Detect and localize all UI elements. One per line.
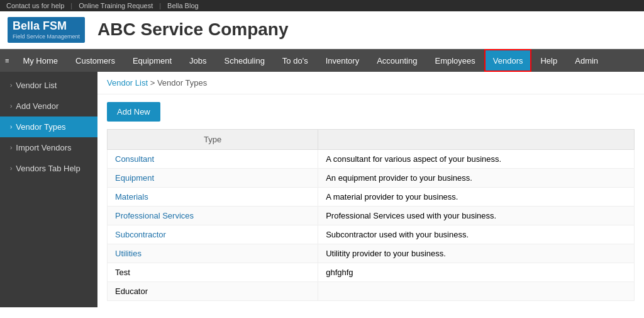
type-link[interactable]: Consultant [115, 154, 154, 164]
type-cell: Equipment [108, 169, 318, 188]
table-row: SubcontractorSubcontractor used with you… [108, 225, 635, 244]
table-row: Testghfghfg [108, 263, 635, 282]
sidebar-item-import-vendors[interactable]: › Import Vendors [0, 137, 97, 158]
sidebar-label: Import Vendors [16, 143, 71, 152]
sidebar-label: Add Vendor [16, 101, 58, 111]
type-cell: Professional Services [108, 207, 318, 225]
sidebar-item-vendors-tab-help[interactable]: › Vendors Tab Help [0, 158, 97, 179]
sidebar-label: Vendor List [16, 81, 57, 90]
type-cell: Educator [108, 282, 318, 301]
sidebar-item-add-vendor[interactable]: › Add Vendor [0, 96, 97, 116]
desc-cell: An equipment provider to your business. [318, 169, 635, 188]
type-link[interactable]: Materials [115, 192, 148, 202]
type-cell: Test [108, 263, 318, 282]
sidebar: › Vendor List › Add Vendor › Vendor Type… [0, 72, 97, 307]
desc-cell: Professional Services used with your bus… [318, 207, 635, 225]
logo-text: Bella FSM [13, 20, 67, 32]
type-cell: Materials [108, 188, 318, 207]
main-content: Vendor List > Vendor Types Add New Type … [97, 72, 644, 307]
nav-todos[interactable]: To do's [274, 49, 317, 72]
type-cell: Consultant [108, 150, 318, 169]
training-link[interactable]: Online Training Request [79, 2, 153, 9]
navbar: ≡ My Home Customers Equipment Jobs Sched… [0, 49, 644, 72]
sidebar-label: Vendor Types [16, 122, 65, 132]
table-row: ConsultantA consultant for various aspec… [108, 150, 635, 169]
arrow-icon: › [10, 165, 12, 172]
desc-cell: A material provider to your business. [318, 188, 635, 207]
desc-cell: A consultant for various aspect of your … [318, 150, 635, 169]
logo: Bella FSM Field Service Management [8, 17, 85, 42]
nav-scheduling[interactable]: Scheduling [216, 49, 274, 72]
breadcrumb-parent[interactable]: Vendor List [107, 78, 148, 88]
logo-subtext: Field Service Management [13, 33, 80, 40]
breadcrumb: Vendor List > Vendor Types [97, 72, 644, 94]
nav-jobs[interactable]: Jobs [180, 49, 215, 72]
nav-accounting[interactable]: Accounting [368, 49, 426, 72]
nav-inventory[interactable]: Inventory [317, 49, 368, 72]
table-row: EquipmentAn equipment provider to your b… [108, 169, 635, 188]
col-header-type: Type [108, 130, 318, 150]
desc-cell: ghfghfg [318, 263, 635, 282]
arrow-icon: › [10, 123, 12, 130]
arrow-icon: › [10, 144, 12, 151]
type-link[interactable]: Utilities [115, 249, 142, 258]
nav-equipment[interactable]: Equipment [124, 49, 180, 72]
breadcrumb-current: Vendor Types [157, 78, 207, 88]
desc-cell: Subcontractor used with your business. [318, 225, 635, 244]
type-cell: Utilities [108, 244, 318, 263]
desc-cell [318, 282, 635, 301]
type-cell: Subcontractor [108, 225, 318, 244]
contact-link[interactable]: Contact us for help [6, 2, 64, 9]
nav-my-home[interactable]: My Home [14, 49, 67, 72]
type-link[interactable]: Subcontractor [115, 230, 166, 239]
arrow-icon: › [10, 103, 12, 110]
nav-admin[interactable]: Admin [566, 49, 607, 72]
nav-toggle[interactable]: ≡ [0, 49, 14, 72]
table-row: MaterialsA material provider to your bus… [108, 188, 635, 207]
nav-vendors[interactable]: Vendors [484, 49, 532, 72]
table-row: UtilitiesUtilitity provider to your busi… [108, 244, 635, 263]
table-row: Educator [108, 282, 635, 301]
desc-cell: Utilitity provider to your business. [318, 244, 635, 263]
type-link[interactable]: Professional Services [115, 211, 194, 220]
sidebar-label: Vendors Tab Help [16, 164, 80, 173]
add-new-button[interactable]: Add New [107, 102, 160, 122]
arrow-icon: › [10, 82, 12, 89]
type-link[interactable]: Equipment [115, 173, 154, 183]
header: Bella FSM Field Service Management ABC S… [0, 11, 644, 49]
nav-customers[interactable]: Customers [67, 49, 124, 72]
col-header-desc [318, 130, 635, 150]
breadcrumb-separator: > [150, 78, 155, 88]
blog-link[interactable]: Bella Blog [167, 2, 199, 9]
nav-employees[interactable]: Employees [426, 49, 484, 72]
sidebar-item-vendor-list[interactable]: › Vendor List [0, 75, 97, 96]
top-bar: Contact us for help | Online Training Re… [0, 0, 644, 11]
table-row: Professional ServicesProfessional Servic… [108, 207, 635, 225]
vendor-types-table: Type ConsultantA consultant for various … [107, 129, 635, 301]
layout: › Vendor List › Add Vendor › Vendor Type… [0, 72, 644, 307]
logo-area: Bella FSM Field Service Management ABC S… [8, 17, 289, 42]
sidebar-item-vendor-types[interactable]: › Vendor Types [0, 116, 97, 137]
nav-help[interactable]: Help [531, 49, 566, 72]
company-name: ABC Service Company [97, 20, 288, 40]
